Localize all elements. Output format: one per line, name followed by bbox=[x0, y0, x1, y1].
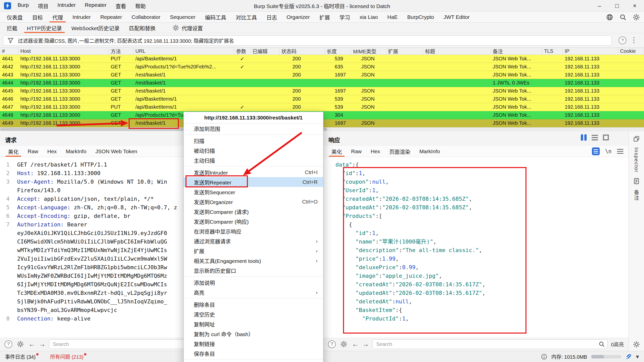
table-row-4645[interactable]: 4645http://192.168.11.133:3000GET/rest/b… bbox=[0, 87, 644, 95]
help-icon[interactable]: ? bbox=[328, 340, 336, 348]
response-tab-美化[interactable]: 美化 bbox=[327, 146, 347, 157]
context-item-清空历史[interactable]: 清空历史 bbox=[184, 309, 323, 319]
request-tab-Raw[interactable]: Raw bbox=[23, 146, 43, 157]
context-item-发送到Organizer[interactable]: 发送到OrganizerCtrl+O bbox=[184, 197, 323, 207]
response-tab-页面渲染[interactable]: 页面渲染 bbox=[385, 146, 415, 157]
column-header-TLS[interactable]: TLS bbox=[542, 48, 563, 55]
column-header-状态码[interactable]: 状态码 bbox=[279, 48, 325, 55]
main-tab-xia Liao[interactable]: xia Liao bbox=[355, 12, 383, 22]
context-item-通过浏览器请求[interactable]: 通过浏览器请求› bbox=[184, 236, 323, 246]
context-item-发送到Comparer (响应)[interactable]: 发送到Comparer (响应) bbox=[184, 216, 323, 226]
column-header-扩展[interactable]: 扩展 bbox=[386, 48, 423, 55]
context-item-相关工具(Engagement tools)[interactable]: 相关工具(Engagement tools)› bbox=[184, 256, 323, 265]
rows-layout-icon[interactable] bbox=[592, 135, 598, 140]
subtab-拦截[interactable]: 拦截 bbox=[2, 23, 22, 33]
column-header-备注[interactable]: 备注 bbox=[491, 48, 542, 55]
column-header-IP[interactable]: IP bbox=[563, 48, 618, 55]
expand-panel-icon[interactable] bbox=[633, 135, 640, 142]
notes-tab[interactable]: 备注 bbox=[633, 190, 640, 201]
menubar-item-Burp[interactable]: Burp bbox=[18, 2, 29, 10]
column-header-#[interactable]: # bbox=[0, 48, 18, 55]
maximize-icon[interactable]: □ bbox=[615, 2, 619, 9]
next-match-button[interactable]: → bbox=[362, 340, 369, 348]
gear-icon[interactable] bbox=[339, 340, 348, 349]
column-header-URL[interactable]: URL bbox=[133, 48, 234, 55]
table-row-4647[interactable]: 4647http://192.168.11.133:3000PUT/api/Ba… bbox=[0, 103, 644, 111]
context-item-复制为 curl 命令（bash）[interactable]: 复制为 curl 命令（bash） bbox=[184, 329, 323, 339]
notes-doc-icon[interactable] bbox=[633, 178, 640, 185]
column-header-方法[interactable]: 方法 bbox=[109, 48, 133, 55]
all-issues-button[interactable]: 所有问题 (213) bbox=[50, 353, 86, 360]
main-tab-Organizer[interactable]: Organizer bbox=[282, 12, 315, 22]
rocket-icon[interactable] bbox=[625, 353, 632, 360]
close-icon[interactable]: × bbox=[633, 2, 636, 9]
table-row-4641[interactable]: 4641http://192.168.11.133:3000PUT/api/Ba… bbox=[0, 55, 644, 63]
prev-match-button[interactable]: ← bbox=[28, 340, 35, 348]
main-tab-扩展[interactable]: 扩展 bbox=[315, 12, 335, 22]
request-tab-MarkInfo[interactable]: MarkInfo bbox=[61, 146, 91, 157]
context-item-复制链接[interactable]: 复制链接 bbox=[184, 339, 323, 348]
context-item-发送到Sequencer[interactable]: 发送到Sequencer bbox=[184, 187, 323, 197]
context-item-复制网址[interactable]: 复制网址 bbox=[184, 319, 323, 329]
table-row-4644[interactable]: 4644http://192.168.11.133:3000GET/rest/b… bbox=[0, 79, 644, 87]
kebab-menu-icon[interactable]: ⋮ bbox=[630, 36, 637, 44]
menubar-item-查看[interactable]: 查看 bbox=[116, 2, 126, 10]
proxy-settings-button[interactable]: 代理设置 bbox=[169, 23, 206, 33]
main-tab-编码工具[interactable]: 编码工具 bbox=[200, 12, 231, 22]
main-tab-HaE[interactable]: HaE bbox=[383, 12, 402, 22]
settings-gear-icon[interactable] bbox=[633, 14, 640, 21]
context-item-扩展[interactable]: 扩展› bbox=[184, 246, 323, 256]
main-tab-代理[interactable]: 代理 bbox=[48, 12, 68, 22]
columns-layout-icon[interactable] bbox=[581, 134, 587, 141]
main-tab-对比工具[interactable]: 对比工具 bbox=[231, 12, 262, 22]
context-item-添加到范围[interactable]: 添加到范围 bbox=[184, 124, 323, 133]
event-log-button[interactable]: 事件日志 (34) bbox=[5, 353, 39, 360]
help-icon[interactable]: ? bbox=[619, 36, 626, 44]
subtab-HTTP历史记录[interactable]: HTTP历史记录 bbox=[22, 23, 67, 33]
column-header-参数[interactable]: 参数 bbox=[234, 48, 250, 55]
context-item-扫描[interactable]: 扫描 bbox=[184, 136, 323, 145]
context-item-保存条目[interactable]: 保存条目 bbox=[184, 348, 323, 358]
context-item-代理历史记录帮助文档[interactable]: 代理历史记录帮助文档 bbox=[184, 360, 323, 362]
table-row-4642[interactable]: 4642http://192.168.11.133:3000GET/api/Pr… bbox=[0, 63, 644, 71]
request-tab-Hex[interactable]: Hex bbox=[43, 146, 61, 157]
response-tab-Raw[interactable]: Raw bbox=[347, 146, 366, 157]
editor-menu-icon[interactable] bbox=[617, 149, 623, 154]
response-tab-MarkInfo[interactable]: MarkInfo bbox=[415, 146, 444, 157]
filter-settings-bar[interactable]: 过滤器设置:隐藏CSS, 图片,一般二进制文件; 匹配表达式 192.168.1… bbox=[3, 35, 612, 46]
table-row-4643[interactable]: 4643http://192.168.11.133:3000GET/rest/b… bbox=[0, 71, 644, 79]
inspector-tab[interactable]: Inspector bbox=[633, 147, 639, 173]
prettify-icon[interactable] bbox=[592, 147, 600, 155]
gear-icon[interactable] bbox=[633, 341, 640, 348]
context-item-发送到Repeater[interactable]: 发送到RepeaterCtrl+R bbox=[184, 177, 323, 187]
column-header-Host[interactable]: Host bbox=[18, 48, 109, 55]
context-item-主动扫描[interactable]: 主动扫描 bbox=[184, 155, 323, 165]
search-icon[interactable] bbox=[619, 14, 627, 21]
gear-icon[interactable] bbox=[16, 340, 25, 349]
main-tab-BurpCrypto[interactable]: BurpCrypto bbox=[402, 12, 439, 22]
context-item-在浏览器中显示响应[interactable]: 在浏览器中显示响应 bbox=[184, 226, 323, 236]
prev-match-button[interactable]: ← bbox=[352, 340, 359, 348]
column-header-长度[interactable]: 长度 bbox=[325, 48, 351, 55]
request-tab-JSON Web Token[interactable]: JSON Web Token bbox=[91, 146, 142, 157]
main-tab-仪表盘[interactable]: 仪表盘 bbox=[2, 12, 27, 22]
single-layout-icon[interactable] bbox=[603, 135, 609, 140]
table-row-4646[interactable]: 4646http://192.168.11.133:3000GET/api/Ba… bbox=[0, 95, 644, 103]
response-tab-Hex[interactable]: Hex bbox=[366, 146, 385, 157]
request-tab-美化[interactable]: 美化 bbox=[4, 146, 23, 157]
chevron-down-icon[interactable]: ▾ bbox=[636, 353, 639, 360]
response-search-input[interactable] bbox=[372, 339, 608, 349]
context-item-高亮[interactable]: 高亮› bbox=[184, 287, 323, 297]
menubar-item-Repeater[interactable]: Repeater bbox=[85, 2, 106, 10]
column-header-已编辑[interactable]: 已编辑 bbox=[250, 48, 279, 55]
context-item-发送到Intruder[interactable]: 发送到IntruderCtrl+I bbox=[184, 167, 323, 177]
globe-icon[interactable] bbox=[606, 14, 613, 21]
context-item-被动扫描[interactable]: 被动扫描 bbox=[184, 145, 323, 155]
main-tab-Sequencer[interactable]: Sequencer bbox=[165, 12, 200, 22]
main-tab-日志[interactable]: 日志 bbox=[262, 12, 282, 22]
column-header-Cookie[interactable]: Cookie bbox=[618, 48, 644, 55]
column-header-MIME类型[interactable]: MIME类型 bbox=[351, 48, 386, 55]
newline-toggle-icon[interactable]: \n bbox=[605, 148, 612, 154]
menubar-item-帮助[interactable]: 帮助 bbox=[135, 2, 146, 10]
next-match-button[interactable]: → bbox=[39, 340, 46, 348]
